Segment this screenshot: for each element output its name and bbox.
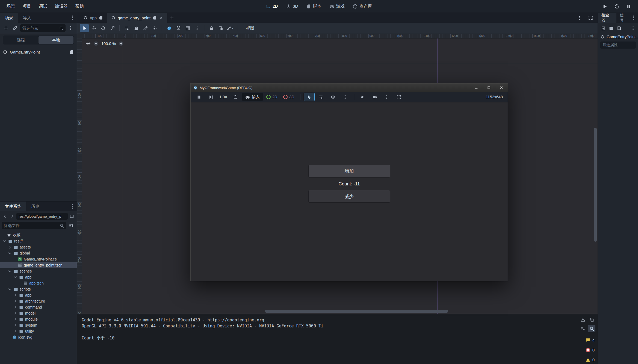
- snap-menu[interactable]: [193, 24, 201, 32]
- workspace-资产库[interactable]: 资产库: [350, 2, 376, 11]
- increase-button[interactable]: 增加: [308, 165, 390, 177]
- play-button[interactable]: [601, 2, 609, 10]
- mode-2d-toggle[interactable]: 2D: [264, 93, 280, 101]
- fs-item-system[interactable]: system: [0, 322, 77, 328]
- errors-badge[interactable]: 0: [585, 347, 595, 354]
- inspector-tab-1[interactable]: 信号: [616, 13, 631, 23]
- menu-item-0[interactable]: 场景: [3, 4, 19, 9]
- scene-dock-menu-icon[interactable]: [70, 15, 75, 20]
- scale-tool[interactable]: [108, 24, 117, 32]
- filesystem-tab-0[interactable]: 文件系统: [0, 202, 26, 211]
- mode-3d-toggle[interactable]: 3D: [281, 93, 297, 101]
- filter-files-input[interactable]: 筛选文件: [2, 222, 66, 229]
- copy-output-button[interactable]: [588, 316, 595, 323]
- game-select-tool-button[interactable]: [304, 93, 315, 101]
- suspend-button[interactable]: [193, 93, 204, 101]
- zoom-in-button[interactable]: [119, 41, 124, 46]
- restart-button[interactable]: [613, 2, 621, 10]
- fs-item-game_entry_point.tscn[interactable]: game_entry_point.tscn: [0, 262, 77, 268]
- fs-item-assets[interactable]: assets: [0, 244, 77, 250]
- horizontal-scrollbar[interactable]: [265, 310, 448, 313]
- fs-item-收藏:[interactable]: 收藏:: [0, 232, 77, 238]
- visibility-button[interactable]: [328, 93, 339, 101]
- camera-override-button[interactable]: [370, 93, 380, 101]
- scene-dock-menu-button[interactable]: [67, 24, 75, 32]
- view-menu-button[interactable]: 视图: [243, 25, 258, 32]
- center-view-icon[interactable]: [85, 41, 91, 46]
- warnings-badge[interactable]: 0: [585, 356, 595, 363]
- fs-item-command[interactable]: command: [0, 304, 77, 310]
- new-resource-button[interactable]: [600, 25, 607, 31]
- ruler-tool[interactable]: [141, 24, 150, 32]
- rotate-tool[interactable]: [99, 24, 107, 32]
- workspace-脚本[interactable]: 脚本: [303, 2, 325, 11]
- fs-item-GameEntryPoint.cs[interactable]: C#GameEntryPoint.cs: [0, 256, 77, 262]
- fs-item-architecture[interactable]: architecture: [0, 298, 77, 304]
- speed[interactable]: 1.0×: [217, 95, 229, 99]
- audio-mute-button[interactable]: [358, 93, 368, 101]
- filesystem-tab-1[interactable]: 历史: [26, 202, 44, 211]
- scene-tab-0[interactable]: 场景: [0, 13, 18, 23]
- nav-back-button[interactable]: [2, 213, 8, 220]
- list-select-tool[interactable]: [122, 24, 131, 32]
- group-toggle[interactable]: [216, 24, 225, 32]
- menu-item-2[interactable]: 调试: [35, 4, 51, 9]
- filter-properties-input[interactable]: 筛选属性: [600, 42, 636, 49]
- smart-snap-toggle[interactable]: [165, 24, 173, 32]
- maximize-button[interactable]: [483, 84, 495, 92]
- messages-badge[interactable]: 4: [585, 337, 595, 344]
- search-output-button[interactable]: [588, 325, 595, 332]
- game-window-titlebar[interactable]: MyGFrameworkGame (DEBUG): [191, 84, 508, 92]
- zoom-out-button[interactable]: [93, 41, 99, 46]
- inspector-dock-menu-icon[interactable]: [631, 15, 636, 20]
- fs-item-model[interactable]: model: [0, 310, 77, 316]
- fs-item-scenes[interactable]: scenes: [0, 268, 77, 274]
- inspector-menu-button[interactable]: [630, 25, 636, 31]
- embed-fullscreen-button[interactable]: [394, 93, 404, 101]
- load-resource-button[interactable]: [608, 25, 615, 31]
- seg-本地[interactable]: 本地: [39, 36, 74, 44]
- pause-button[interactable]: [625, 2, 633, 10]
- select-tool[interactable]: [80, 24, 89, 32]
- camera-menu-button[interactable]: [382, 93, 392, 101]
- snap-options[interactable]: [183, 24, 192, 32]
- fs-item-res://[interactable]: res://: [0, 238, 77, 244]
- add-node-button[interactable]: [2, 24, 10, 32]
- filter-messages-button[interactable]: [579, 325, 586, 332]
- minimize-button[interactable]: [470, 84, 483, 92]
- add-scene-tab-button[interactable]: [167, 13, 176, 23]
- fs-item-module[interactable]: module: [0, 316, 77, 322]
- fs-item-app.tscn[interactable]: app.tscn: [0, 280, 77, 286]
- pan-tool[interactable]: [132, 24, 140, 32]
- menu-item-3[interactable]: 编辑器: [51, 4, 72, 9]
- close-button[interactable]: [495, 84, 508, 92]
- move-tool[interactable]: [89, 24, 98, 32]
- fs-item-app[interactable]: app: [0, 274, 77, 280]
- workspace-3D[interactable]: 3D: [283, 2, 302, 10]
- fs-item-icon.svg[interactable]: icon.svg: [0, 334, 77, 340]
- debug-menu-button[interactable]: [340, 93, 351, 101]
- sort-files-button[interactable]: [67, 222, 75, 229]
- fs-item-utility[interactable]: utility: [0, 328, 77, 334]
- reset-button[interactable]: [230, 93, 241, 101]
- nav-forward-button[interactable]: [9, 213, 16, 220]
- grid-snap-toggle[interactable]: [174, 24, 183, 32]
- scene-node-GameEntryPoint[interactable]: GameEntryPoint: [0, 48, 77, 56]
- scene-tab-1[interactable]: 导入: [18, 13, 36, 23]
- split-view-button[interactable]: [69, 213, 75, 220]
- skeleton-options[interactable]: ▾: [226, 24, 234, 32]
- inspected-node-row[interactable]: GameEntryPoint...: [598, 33, 638, 40]
- current-path-field[interactable]: res://global/game_entry_p: [16, 213, 68, 220]
- script-icon[interactable]: [69, 50, 74, 54]
- save-resource-button[interactable]: [616, 25, 622, 31]
- scene-tabs-menu-button[interactable]: [576, 14, 583, 22]
- seg-远程[interactable]: 远程: [3, 36, 39, 44]
- vertical-scrollbar[interactable]: [594, 128, 597, 242]
- close-tab-icon[interactable]: [159, 16, 163, 20]
- filter-nodes-input[interactable]: 筛选节点: [20, 24, 66, 32]
- lock-toggle[interactable]: [207, 24, 216, 32]
- filesystem-dock-menu-icon[interactable]: [70, 204, 75, 209]
- scene-tab-game_entry_point[interactable]: game_entry_point: [107, 13, 167, 23]
- pivot-tool[interactable]: [150, 24, 159, 32]
- input-mode-toggle[interactable]: 输入: [242, 93, 263, 101]
